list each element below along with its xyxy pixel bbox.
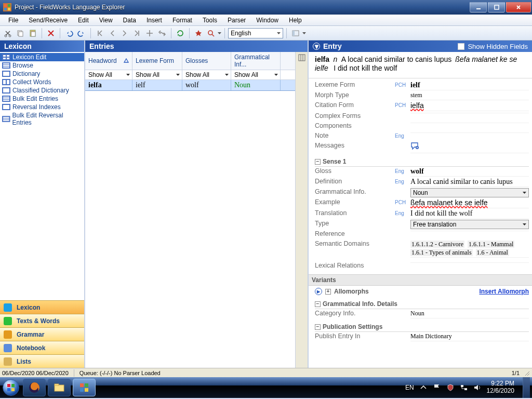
task-firefox[interactable] — [23, 379, 46, 396]
filter-lexeme-form[interactable]: Show All — [132, 70, 182, 79]
nav-lexicon-edit[interactable]: Lexicon Edit — [0, 53, 84, 61]
area-texts-words[interactable]: Texts & Words — [0, 314, 84, 327]
browse-toggle-button[interactable] — [144, 28, 155, 39]
col-headword[interactable]: Headword — [85, 52, 132, 70]
show-panes-dropdown[interactable] — [302, 32, 306, 34]
col-grammatical-info[interactable]: Grammatical Inf... — [231, 52, 281, 70]
sense-1-header[interactable]: −Sense 1 — [315, 157, 529, 167]
menu-format[interactable]: Format — [168, 16, 196, 25]
task-explorer[interactable] — [48, 379, 71, 396]
svg-rect-12 — [31, 32, 35, 36]
writing-system-selector[interactable]: English — [228, 28, 283, 38]
variants-header[interactable]: Variants — [309, 274, 532, 286]
nav-bulk-edit-entries[interactable]: Bulk Edit Entries — [0, 95, 84, 103]
window-minimize-button[interactable] — [470, 2, 487, 12]
grammatical-info-combo[interactable]: Noun — [410, 188, 529, 197]
lexeme-form-field[interactable]: ielf — [410, 81, 529, 90]
tray-up-icon[interactable] — [419, 383, 428, 392]
nav-reversal-indexes[interactable]: Reversal Indexes — [0, 103, 84, 111]
window-close-button[interactable] — [506, 2, 531, 12]
menu-window[interactable]: Window — [252, 16, 283, 25]
redo-button[interactable] — [76, 28, 87, 39]
morph-type-field[interactable]: stem — [410, 91, 529, 100]
publication-settings-header[interactable]: −Publication Settings — [315, 322, 529, 332]
filter-glosses[interactable]: Show All — [182, 70, 231, 79]
area-lexicon[interactable]: Lexicon — [0, 300, 84, 314]
window-maximize-button[interactable] — [488, 2, 505, 12]
tray-shield-icon[interactable] — [446, 383, 455, 392]
prev-button[interactable] — [107, 28, 118, 39]
definition-field[interactable]: A local canid similar to canis lupus — [410, 178, 529, 187]
reference-field[interactable] — [410, 230, 529, 231]
link-button[interactable] — [156, 28, 168, 39]
column-config-button[interactable] — [297, 53, 307, 62]
find-entry-dropdown[interactable] — [218, 32, 221, 34]
undo-button[interactable] — [63, 28, 75, 39]
tray-clock[interactable]: 9:22 PM12/6/2020 — [487, 380, 517, 395]
allomorphs-header[interactable]: ▸+Allomorphs Insert Allomorph — [315, 287, 529, 296]
copy-button[interactable] — [15, 28, 26, 39]
menu-edit[interactable]: Edit — [74, 16, 93, 25]
first-button[interactable] — [94, 28, 105, 39]
gram-details-header[interactable]: −Grammatical Info. Details — [315, 299, 529, 309]
menu-tools[interactable]: Tools — [198, 16, 221, 25]
paste-button[interactable] — [27, 28, 38, 39]
translation-type-combo[interactable]: Free translation — [410, 220, 529, 229]
nav-browse[interactable]: Browse — [0, 61, 84, 70]
filter-grammatical-info[interactable]: Show All — [231, 70, 281, 79]
svg-rect-22 — [3, 63, 9, 64]
last-button[interactable] — [131, 28, 143, 39]
show-desktop-button[interactable] — [523, 377, 530, 398]
new-entry-button[interactable] — [193, 28, 204, 39]
gloss-field[interactable]: wolf — [410, 167, 529, 177]
task-fieldworks[interactable] — [73, 379, 96, 396]
insert-allomorph-link[interactable]: Insert Allomorph — [479, 288, 529, 295]
semantic-domains-field[interactable]: 1.6.1.1.2 - Carnivore1.6.1.1 - Mammal1.6… — [410, 240, 529, 258]
next-button[interactable] — [119, 28, 130, 39]
citation-form-field[interactable]: ielfa — [410, 101, 529, 111]
start-button[interactable] — [0, 377, 22, 398]
col-lexeme-form[interactable]: Lexeme Form — [132, 52, 182, 70]
menu-insert[interactable]: Insert — [142, 16, 166, 25]
cut-button[interactable] — [2, 28, 14, 39]
publish-in-field[interactable]: Main Dictionary — [410, 332, 529, 341]
svg-rect-31 — [3, 88, 9, 92]
components-field[interactable] — [410, 122, 529, 123]
lexical-relations-field[interactable] — [410, 262, 529, 263]
example-field[interactable]: ßefa malanet ke se ielfe — [410, 198, 529, 208]
tray-volume-icon[interactable] — [473, 383, 482, 392]
delete-button[interactable] — [45, 28, 57, 39]
svg-rect-55 — [55, 385, 64, 391]
menu-parser[interactable]: Parser — [223, 16, 250, 25]
tray-network-icon[interactable] — [460, 383, 468, 392]
nav-classified-dictionary[interactable]: Classified Dictionary — [0, 86, 84, 95]
area-grammar[interactable]: Grammar — [0, 327, 84, 341]
find-entry-button[interactable] — [205, 28, 217, 39]
messages-field[interactable] — [410, 142, 529, 153]
status-queue: Queue: (-/-/-) No Parser Loaded — [79, 370, 161, 376]
menu-help[interactable]: Help — [285, 16, 306, 25]
tray-flag-icon[interactable] — [433, 383, 441, 392]
show-panes-button[interactable] — [290, 28, 301, 39]
nav-bulk-edit-reversal[interactable]: Bulk Edit Reversal Entries — [0, 111, 84, 127]
col-glosses[interactable]: Glosses — [182, 52, 231, 70]
category-info-field[interactable]: Noun — [410, 310, 529, 318]
note-field[interactable] — [410, 132, 529, 133]
show-hidden-fields-toggle[interactable]: Show Hidden Fields — [458, 43, 528, 50]
nav-collect-words[interactable]: Collect Words — [0, 78, 84, 86]
complex-forms-field[interactable] — [410, 112, 529, 113]
menu-file[interactable]: File — [4, 16, 22, 25]
filter-headword[interactable]: Show All — [85, 70, 132, 79]
tray-lang[interactable]: EN — [405, 384, 414, 391]
refresh-button[interactable] — [175, 28, 186, 39]
menu-send-receive[interactable]: Send/Receive — [24, 16, 72, 25]
area-lists[interactable]: Lists — [0, 354, 84, 368]
area-notebook[interactable]: Notebook — [0, 341, 84, 354]
translation-field[interactable]: I did not kill the wolf — [410, 209, 529, 219]
menu-view[interactable]: View — [95, 16, 117, 25]
grid-row[interactable]: ielfa ielf wolf Noun — [85, 80, 295, 91]
menu-data[interactable]: Data — [119, 16, 140, 25]
entry-pane-header: ▾Entry Show Hidden Fields — [309, 41, 532, 52]
collapse-header-icon[interactable]: ▾ — [313, 43, 320, 50]
nav-dictionary[interactable]: Dictionary — [0, 70, 84, 78]
